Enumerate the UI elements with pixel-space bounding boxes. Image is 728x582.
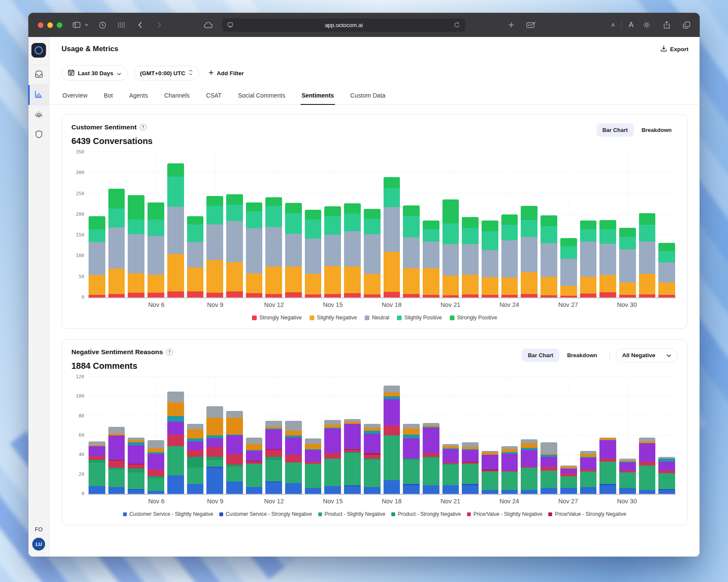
help-icon[interactable]: ? bbox=[166, 349, 173, 355]
legend-item-slightly-negative[interactable]: Slightly Negative bbox=[310, 315, 357, 321]
add-filter-button[interactable]: Add Filter bbox=[209, 70, 244, 77]
sidebar-item-inbox[interactable] bbox=[28, 65, 49, 85]
sidebar-item-security[interactable] bbox=[28, 125, 49, 145]
bar-segment bbox=[364, 209, 381, 218]
bar-segment bbox=[147, 202, 164, 220]
timezone-filter[interactable]: (GMT+0:00) UTC bbox=[134, 66, 199, 80]
user-avatar[interactable]: LU bbox=[32, 538, 45, 551]
legend-swatch bbox=[219, 512, 223, 516]
sidebar-chevron-down-icon[interactable] bbox=[83, 18, 90, 31]
history-clock-icon[interactable] bbox=[96, 18, 109, 31]
settings-gear-icon[interactable] bbox=[640, 18, 653, 31]
bar-segment bbox=[639, 242, 656, 274]
help-icon[interactable]: ? bbox=[140, 124, 147, 131]
bar-segment bbox=[324, 266, 341, 294]
bar-segment bbox=[521, 220, 538, 237]
stacked-bar-nov-28 bbox=[580, 221, 597, 297]
app-sidebar: FO LU bbox=[28, 37, 49, 557]
bar-segment bbox=[206, 196, 223, 205]
tab-csat[interactable]: CSAT bbox=[205, 89, 222, 104]
x-axis-label: Nov 9 bbox=[207, 301, 223, 308]
legend-item-strongly-positive[interactable]: Strongly Positive bbox=[450, 315, 497, 321]
bar-segment bbox=[580, 487, 597, 494]
x-axis-label: Nov 30 bbox=[617, 301, 637, 308]
bar-segment bbox=[560, 238, 577, 246]
bar-segment bbox=[89, 295, 105, 297]
bar-segment bbox=[265, 421, 282, 427]
bar-segment bbox=[265, 206, 282, 227]
breakdown-toggle[interactable]: Breakdown bbox=[561, 349, 603, 362]
website-settings-icon[interactable] bbox=[227, 18, 234, 31]
bar-segment bbox=[423, 485, 439, 494]
share-icon[interactable] bbox=[660, 18, 673, 31]
tab-overview-icon[interactable] bbox=[680, 18, 693, 31]
bar-chart-toggle[interactable]: Bar Chart bbox=[596, 123, 634, 137]
close-window-button[interactable] bbox=[38, 22, 43, 28]
legend-item-product-strongly-negative[interactable]: Product - Strongly Negative bbox=[391, 511, 461, 517]
tab-social-comments[interactable]: Social Comments bbox=[237, 89, 286, 104]
tab-channels[interactable]: Channels bbox=[163, 89, 190, 104]
bar-segment bbox=[599, 292, 616, 297]
increase-text-size-button[interactable]: A bbox=[629, 21, 633, 29]
bar-segment bbox=[344, 419, 361, 422]
bar-chart-toggle[interactable]: Bar Chart bbox=[522, 349, 559, 362]
bar-segment bbox=[462, 244, 479, 274]
reload-icon[interactable] bbox=[453, 18, 461, 31]
bar-segment bbox=[384, 177, 400, 188]
legend-item-product-slightly-negative[interactable]: Product - Slightly Negative bbox=[318, 511, 385, 517]
tab-custom-data[interactable]: Custom Data bbox=[350, 89, 387, 104]
minimize-window-button[interactable] bbox=[47, 22, 53, 28]
legend-swatch bbox=[123, 512, 127, 516]
y-axis-label: 100 bbox=[71, 253, 84, 258]
legend-item-price-value-strongly-negative[interactable]: Price/Value - Strongly Negative bbox=[548, 511, 626, 517]
stacked-bar-nov-3 bbox=[89, 441, 105, 494]
bar-segment bbox=[658, 471, 675, 474]
tab-sentiments[interactable]: Sentiments bbox=[301, 89, 335, 104]
legend-item-price-value-slightly-negative[interactable]: Price/Value - Slightly Negative bbox=[467, 511, 543, 517]
bar-segment bbox=[442, 295, 459, 297]
tab-overview[interactable]: Overview bbox=[61, 89, 88, 104]
tab-groups-grid-icon[interactable] bbox=[115, 18, 128, 31]
bar-segment bbox=[501, 295, 518, 297]
x-axis-label: Nov 12 bbox=[264, 301, 284, 308]
bar-segment bbox=[541, 243, 557, 276]
negative-filter-dropdown[interactable]: All Negative bbox=[616, 348, 678, 362]
date-range-filter[interactable]: Last 30 Days bbox=[61, 65, 128, 81]
export-button[interactable]: Export bbox=[660, 45, 688, 53]
bar-segment bbox=[580, 458, 597, 469]
forward-button[interactable] bbox=[153, 18, 166, 31]
octocom-logo[interactable] bbox=[31, 43, 46, 58]
breakdown-toggle[interactable]: Breakdown bbox=[636, 123, 678, 137]
bar-segment bbox=[599, 440, 616, 459]
tab-bot[interactable]: Bot bbox=[103, 89, 114, 104]
sidebar-item-settings[interactable] bbox=[28, 105, 49, 125]
legend-item-customer-service-strongly-negative[interactable]: Customer Service - Strongly Negative bbox=[219, 511, 312, 517]
zoom-window-button[interactable] bbox=[57, 22, 62, 28]
bar-segment bbox=[482, 231, 498, 250]
tab-agents[interactable]: Agents bbox=[128, 89, 149, 104]
bar-segment bbox=[658, 490, 675, 494]
stacked-bar-nov-15 bbox=[324, 420, 341, 494]
new-tab-plus-icon[interactable] bbox=[505, 18, 518, 31]
bar-segment bbox=[128, 469, 144, 472]
y-axis-label: 40 bbox=[71, 452, 84, 457]
bar-segment bbox=[423, 221, 439, 229]
address-bar[interactable]: app.octocom.ai bbox=[222, 18, 465, 32]
decrease-text-size-button[interactable]: A bbox=[611, 22, 614, 28]
legend-item-neutral[interactable]: Neutral bbox=[365, 315, 389, 321]
bar-segment bbox=[89, 441, 105, 445]
icloud-cloud-icon[interactable] bbox=[202, 18, 215, 31]
compose-keyboard-icon[interactable] bbox=[525, 18, 538, 31]
legend-item-strongly-negative[interactable]: Strongly Negative bbox=[252, 315, 302, 321]
legend-item-customer-service-slightly-negative[interactable]: Customer Service - Slightly Negative bbox=[123, 511, 213, 517]
bar-segment bbox=[501, 278, 518, 295]
browser-titlebar: app.octocom.ai A A bbox=[28, 13, 700, 37]
legend-item-slightly-positive[interactable]: Slightly Positive bbox=[397, 315, 442, 321]
back-button[interactable] bbox=[134, 18, 147, 31]
bar-segment bbox=[147, 293, 164, 297]
sidebar-item-metrics[interactable] bbox=[28, 85, 49, 105]
bar-segment bbox=[462, 485, 479, 494]
stacked-bar-nov-29 bbox=[599, 220, 616, 297]
sidebar-toggle-icon[interactable] bbox=[70, 18, 83, 31]
bar-segment bbox=[580, 454, 597, 457]
